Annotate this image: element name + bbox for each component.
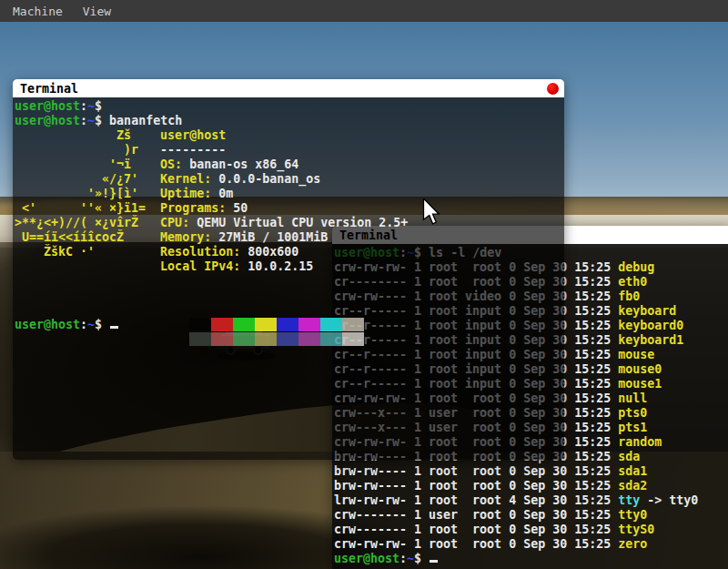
text-cursor xyxy=(430,560,438,563)
window-titlebar[interactable]: Terminal xyxy=(13,79,564,97)
ls-row: lrw-rw-rw- 1 root root 4 Sep 30 15:25 tt… xyxy=(334,493,728,508)
prompt-path: ~ xyxy=(407,552,414,565)
close-button[interactable] xyxy=(547,83,559,95)
mouse-cursor-icon xyxy=(421,198,443,229)
fetch-label: Kernel: xyxy=(160,172,211,186)
color-swatch xyxy=(342,332,364,346)
fetch-value: 27MiB / 1001MiB xyxy=(211,230,328,244)
prompt-path: ~ xyxy=(87,114,95,127)
color-swatch xyxy=(320,332,342,346)
prompt-colon: : xyxy=(80,99,87,113)
palette-row-normal xyxy=(15,289,564,303)
menu-item[interactable]: Machine xyxy=(13,5,63,18)
ls-filename: mouse xyxy=(618,348,654,361)
fetch-ascii-art: «/¿7' xyxy=(15,172,160,186)
ls-row: brw-rw---- 1 root root 0 Sep 30 15:25 sd… xyxy=(334,479,728,493)
fetch-ascii-art: U==íï<<ííîcocŽ xyxy=(15,230,160,244)
color-swatch xyxy=(342,318,364,331)
terminal-window-1[interactable]: Terminal user@host:~$ user@host:~$ banan… xyxy=(13,79,564,460)
fetch-row: «/¿7' Kernel: 0.0.0-banan_os xyxy=(15,172,564,187)
ls-filename: sda1 xyxy=(618,464,647,478)
color-swatch xyxy=(211,318,233,331)
color-swatch xyxy=(189,332,211,346)
ls-filename: keyboard0 xyxy=(618,319,683,332)
fetch-ascii-art: <' ''« ×}ï1= xyxy=(15,201,160,215)
prompt-dollar: $ xyxy=(95,114,109,127)
fetch-value: --------- xyxy=(160,143,226,157)
ls-meta: lrw-rw-rw- 1 root root 4 Sep 30 15:25 xyxy=(334,493,618,507)
bananfetch-output: Zš user@host )r --------- '¬ï OS: banan-… xyxy=(15,128,564,274)
menu-item[interactable]: View xyxy=(83,5,111,18)
ls-filename: fb0 xyxy=(618,290,640,303)
ls-link-target: -> tty0 xyxy=(640,493,698,507)
terminal-output-area[interactable]: user@host:~$ user@host:~$ bananfetch Zš … xyxy=(13,97,564,460)
fetch-ascii-art: ŽškC ·' xyxy=(15,245,160,259)
fetch-ascii-art xyxy=(15,259,160,273)
fetch-row: )r --------- xyxy=(15,143,564,157)
ls-filename: debug xyxy=(618,260,654,274)
color-swatch xyxy=(277,332,298,346)
color-swatch xyxy=(233,332,255,346)
ls-row: crw-rw-rw- 1 root root 0 Sep 30 15:25 ze… xyxy=(334,537,728,552)
fetch-label: OS: xyxy=(160,157,182,171)
fetch-label: CPU: xyxy=(160,216,189,229)
ls-filename: zero xyxy=(618,537,647,551)
ls-filename: keyboard xyxy=(618,304,676,318)
vm-menu-bar: MachineView xyxy=(0,0,728,22)
prompt-user: user@host xyxy=(15,114,80,127)
color-swatch xyxy=(277,318,298,331)
palette-row-bright xyxy=(15,303,564,318)
ls-row: crw------- 1 user root 0 Sep 30 15:25 tt… xyxy=(334,508,728,523)
fetch-value: 50 xyxy=(226,201,248,215)
fetch-ascii-art: )r xyxy=(15,143,160,157)
ls-filename: keyboard1 xyxy=(618,333,683,347)
prompt-colon: : xyxy=(399,552,407,565)
ls-filename: tty0 xyxy=(618,508,647,522)
prompt-colon: : xyxy=(80,318,87,331)
ls-filename: sda xyxy=(618,450,640,463)
ls-row: brw-rw---- 1 root root 0 Sep 30 15:25 sd… xyxy=(334,464,728,479)
ls-meta: brw-rw---- 1 root root 0 Sep 30 15:25 xyxy=(334,479,618,493)
ls-filename: mouse0 xyxy=(618,362,662,376)
fetch-ascii-art: '»!}[ì' xyxy=(15,187,160,200)
ls-row: crw------- 1 root root 0 Sep 30 15:25 tt… xyxy=(334,523,728,537)
ls-filename: random xyxy=(618,435,662,449)
prompt-dollar: $ xyxy=(95,318,109,331)
prompt-line: user@host:~$ bananfetch xyxy=(15,114,564,128)
fetch-label: Memory: xyxy=(160,230,211,244)
fetch-value: 10.0.2.15 xyxy=(240,259,313,273)
fetch-label: Uptime: xyxy=(160,187,211,200)
fetch-value: QEMU Virtual CPU version 2.5+ xyxy=(189,216,408,229)
color-swatch xyxy=(255,318,277,331)
command-text: bananfetch xyxy=(109,114,182,127)
fetch-row: >**¿<+)//( ×¿vîrŽ CPU: QEMU Virtual CPU … xyxy=(15,216,564,230)
ls-filename: sda2 xyxy=(618,479,647,493)
prompt-path: ~ xyxy=(87,99,95,113)
ls-meta: brw-rw---- 1 root root 0 Sep 30 15:25 xyxy=(334,464,618,478)
color-swatch xyxy=(255,332,277,346)
fetch-label: Resolution: xyxy=(160,245,240,259)
fetch-ascii-art: Zš xyxy=(15,128,160,142)
fetch-value: 800x600 xyxy=(240,245,298,259)
ls-filename: pts1 xyxy=(618,421,647,434)
blank-line xyxy=(15,274,564,289)
fetch-label: Local IPv4: xyxy=(160,259,240,273)
fetch-ascii-art: >**¿<+)//( ×¿vîrŽ xyxy=(15,216,160,229)
prompt-user: user@host xyxy=(15,99,80,113)
fetch-row: '¬ï OS: banan-os x86_64 xyxy=(15,157,564,172)
prompt-user: user@host xyxy=(334,552,399,565)
ls-filename: mouse1 xyxy=(618,377,662,391)
ls-filename: tty xyxy=(618,493,640,507)
fetch-row: Zš user@host xyxy=(15,128,564,143)
prompt-dollar: $ xyxy=(95,99,109,113)
ls-meta: crw-rw-rw- 1 root root 0 Sep 30 15:25 xyxy=(334,537,618,551)
ls-filename: ttyS0 xyxy=(618,523,654,536)
color-swatch xyxy=(233,318,255,331)
color-swatch xyxy=(320,318,342,331)
color-swatch xyxy=(298,332,320,346)
prompt-line[interactable]: user@host:~$ xyxy=(334,552,728,566)
text-cursor xyxy=(110,326,118,329)
fetch-value: 0.0.0-banan_os xyxy=(211,172,320,186)
ls-meta: crw------- 1 root root 0 Sep 30 15:25 xyxy=(334,523,618,536)
color-swatch xyxy=(298,318,320,331)
